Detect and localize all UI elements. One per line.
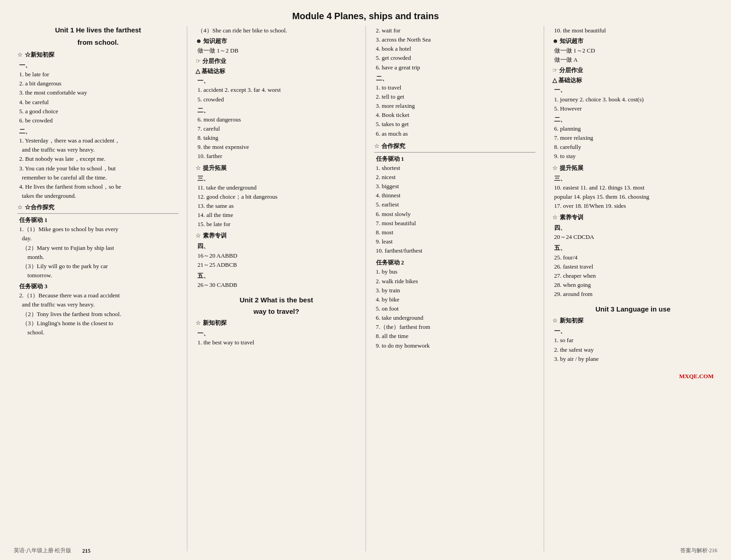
jic-icon: △ [196, 68, 200, 75]
list-item: 3. across the North Sea [374, 35, 535, 44]
list-item: 6. planning [552, 124, 714, 133]
col-unit1-left: Unit 1 He lives the farthest from school… [9, 26, 187, 551]
list-item: 7. more relaxing [552, 133, 714, 143]
row-san3-u2: 17. over 18. If/When 19. sides [552, 201, 714, 211]
task1-u2-label: 任务驱动 1 [374, 154, 535, 164]
list-item: 2. nicest [374, 173, 535, 182]
list-item: 6. be crowded [17, 116, 179, 125]
list-item: 2. the safest way [552, 345, 714, 354]
page-num-left: 215 [82, 548, 90, 555]
list-item: 1. Yesterday，there was a road accident， [17, 136, 179, 145]
item1-u2: 1. the best way to travel [196, 338, 357, 347]
hzty-u2-icon: ☆ [374, 143, 380, 150]
items-u3: 1. so far 2. the safest way 3. by air / … [552, 336, 714, 363]
unit2-title-block: Unit 2 What is the best way to travel? [196, 296, 357, 315]
list-item: 8. taking [196, 133, 357, 143]
zuoA-u2: 做一做 A [552, 55, 714, 64]
list-item: 6. as much as [374, 129, 535, 138]
list-item: 4. be careful [17, 98, 179, 107]
items-er-u2-r: 6. planning 7. more relaxing 8. carefull… [552, 124, 714, 161]
list-item: 3. by air / by plane [552, 354, 714, 364]
list-item: 8. carefully [552, 143, 714, 152]
list-item: 28. when going [552, 280, 714, 290]
suyang-u2-label: ☆ 素养专训 [552, 213, 714, 222]
page-container: Module 4 Planes, ships and trains Unit 1… [0, 0, 731, 560]
fen-icon: ☞ [196, 58, 201, 65]
list-item: 1. shortest [374, 164, 535, 173]
list-item: 13. the same as [196, 201, 357, 211]
item-4-bike: （4）She can ride her bike to school. [196, 26, 357, 35]
list-item: 5. a good choice [17, 107, 179, 116]
list-item: 29. around from [552, 290, 714, 299]
zs-u2-label: ☻ 知识超市 [552, 37, 714, 45]
jic-u2-icon: △ [552, 77, 557, 84]
list-item: 14. all the time [196, 211, 357, 220]
module-title: Module 4 Planes, ships and trains [0, 5, 731, 26]
unit2-title-line2: way to travel? [196, 307, 357, 315]
task2-u2-items: 1. by bus 2. walk ride bikes 3. by train… [374, 267, 535, 350]
tisheng-u2-icon: ☆ [552, 164, 558, 172]
zs-icon: ☻ [196, 37, 202, 45]
unit1-items2: 1. Yesterday，there was a road accident， … [17, 136, 179, 201]
suyang-label: ☆ 素养专训 [196, 232, 357, 240]
yi3-label: 一、 [552, 327, 714, 336]
list-item: 26. fastest travel [552, 262, 714, 271]
list-item: 1. so far [552, 336, 714, 345]
items-cont-u2: 2. wait for 3. across the North Sea 4. b… [374, 26, 535, 72]
list-item: 5. earliest [374, 200, 535, 209]
items-er-u2: 1. to travel 2. tell to get 3. more rela… [374, 83, 535, 138]
tisheng-label: ☆ 提升拓展 [196, 164, 357, 172]
er1-label: 二、 [17, 127, 179, 136]
list-item: 1. to travel [374, 83, 535, 92]
list-item: 4. thinnest [374, 191, 535, 200]
list-item: and the traffic was very heavy. [17, 145, 179, 154]
zs-u2-icon: ☻ [552, 37, 559, 45]
zhishi-label: ☻ 知识超市 [196, 37, 357, 45]
list-item: 3. more relaxing [374, 101, 535, 111]
list-item: 7.（the）farthest from [374, 322, 535, 332]
wu-u2-label: 五、 [552, 243, 714, 253]
jic-label: △ 基础达标 [196, 67, 357, 75]
xzxt-icon: ☆ [17, 51, 23, 58]
section-xzxt: ☆ ☆新知初探 [17, 51, 179, 59]
list-item: takes the underground. [17, 191, 179, 201]
list-item: 4. by bike [374, 295, 535, 304]
jic-u2-label: △ 基础达标 [552, 76, 714, 85]
xzxt-u3-icon: ☆ [552, 317, 558, 324]
er-u2-r-label: 二、 [552, 115, 714, 124]
row-2024: 20～24 CDCDA [552, 232, 714, 242]
divider [17, 213, 179, 214]
list-item: and the traffic was very heavy. [17, 300, 179, 309]
list-item: 3. by train [374, 286, 535, 295]
list-item: 10. farther [196, 152, 357, 161]
tisheng-u2-label: ☆ 提升拓展 [552, 164, 714, 172]
yi2-label: 一、 [196, 329, 357, 338]
list-item: 3. the most comfortable way [17, 88, 179, 97]
unit3-title-block: Unit 3 Language in use [552, 305, 714, 313]
list-item: tomorrow. [17, 271, 179, 280]
list-item: 2. walk ride bikes [374, 277, 535, 286]
list-item: （2）Tony lives the farthest from school. [17, 310, 179, 319]
row-16-20: 16～20 AABBD [196, 251, 357, 260]
list-item: 8. all the time [374, 332, 535, 341]
wu-label: 五、 [196, 271, 357, 280]
list-item: 6. have a great trip [374, 63, 535, 72]
row-21-25: 21～25 ADBCB [196, 260, 357, 269]
section-hzty: ☆ ☆合作探究 [17, 203, 179, 211]
list-item: 2.（1）Because there was a road accident [17, 291, 179, 300]
yi-u2-label: 一、 [552, 85, 714, 95]
watermark-right: 答案与解析·216 [680, 547, 717, 555]
list-item: 1.（1）Mike goes to school by bus every [17, 225, 179, 234]
xzxt-u2-icon: ☆ [196, 319, 201, 327]
fen-u2-label: ☞ 分层作业 [552, 66, 714, 74]
unit1-title-line1: Unit 1 He lives the farthest [17, 26, 179, 34]
list-item: 4. book a hotel [374, 44, 535, 53]
xzxt-u3: ☆ 新知初探 [552, 317, 714, 325]
unit3-title: Unit 3 Language in use [552, 305, 714, 313]
zuo12-u2: 做一做 1～2 CD [552, 46, 714, 55]
hzty-u2: ☆ 合作探究 [374, 142, 535, 150]
task2-u2-label: 任务驱动 2 [374, 258, 535, 267]
list-item: 6. take underground [374, 313, 535, 322]
task1-u2-items: 1. shortest 2. nicest 3. biggest 4. thin… [374, 164, 535, 255]
list-item: 4. He lives the farthest from school，so … [17, 182, 179, 191]
